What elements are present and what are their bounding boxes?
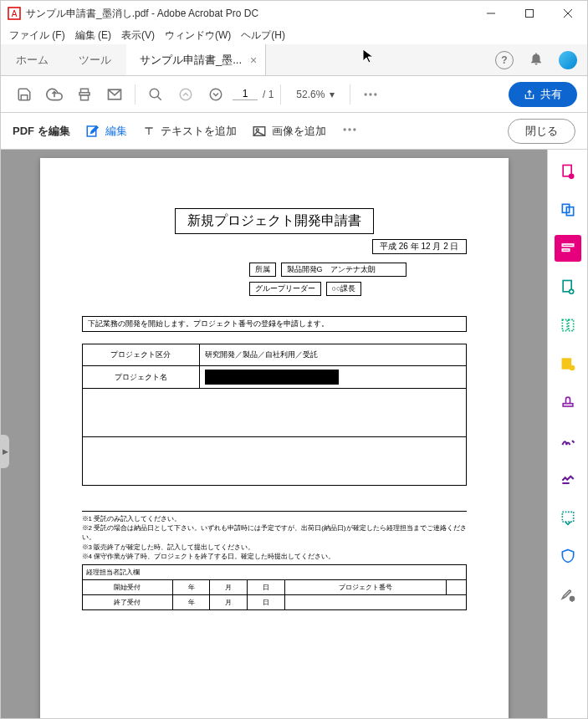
svg-rect-6 [81,94,89,99]
avatar[interactable] [559,51,577,69]
save-icon[interactable] [11,81,38,108]
stamp-icon[interactable] [555,389,581,416]
share-button[interactable]: 共有 [509,82,577,107]
svg-point-11 [210,89,222,100]
minimize-button[interactable] [472,1,510,26]
protect-icon[interactable] [555,543,581,569]
page-up-icon[interactable] [172,81,199,108]
document-canvas[interactable]: ▶ 新規プロジェクト開発申請書 平成 26 年 12 月 2 日 所属 製品開発… [1,150,547,719]
add-text-label: テキストを追加 [161,124,237,139]
bell-icon[interactable] [529,51,544,69]
window-controls [472,1,587,26]
svg-text:+: + [570,597,574,602]
edit-bar: PDF を編集 編集 テキストを追加 画像を追加 閉じる [1,113,587,150]
svg-rect-27 [562,244,573,247]
svg-rect-28 [562,249,569,252]
titlebar: A サンプル申請書_墨消し.pdf - Adobe Acrobat Pro DC [1,1,587,26]
svg-rect-37 [562,512,573,522]
search-icon[interactable] [142,81,169,108]
tab-tools[interactable]: ツール [64,44,126,75]
doc-title: 新規プロジェクト開発申請書 [175,208,374,234]
note3: ※3 販売終了が確定した時、記入して提出してください。 [82,543,467,552]
create-pdf-icon[interactable]: + [555,158,581,185]
menu-help[interactable]: ヘルプ(H) [236,27,290,44]
dept-value: 製品開発G アンテナ太朗 [281,263,406,277]
editbar-title: PDF を編集 [13,124,70,139]
svg-text:A: A [12,9,18,18]
page-total: / 1 [263,89,274,100]
add-image-label: 画像を追加 [272,124,326,139]
notes-section: ※1 受託のみ記入してください。 ※2 受託の場合は納品日として下さい。いずれも… [82,511,467,610]
leader-label: グループリーダー [249,282,321,296]
dept-label: 所属 [249,263,276,277]
svg-line-9 [157,96,161,100]
doc-date: 平成 26 年 12 月 2 日 [372,239,466,254]
maximize-button[interactable] [510,1,549,26]
right-tool-rail: + + [547,150,587,719]
menu-view[interactable]: 表示(V) [116,27,160,44]
project-table: プロジェクト区分研究開発／製品／自社利用／受託 プロジェクト名 [82,344,467,486]
edit-action[interactable]: 編集 [85,124,127,139]
menu-edit[interactable]: 編集 (E) [70,27,116,44]
row1-value: 研究開発／製品／自社利用／受託 [199,344,466,366]
tab-close-icon[interactable]: × [250,54,257,67]
editbar-more-icon[interactable] [341,121,358,140]
mail-icon[interactable] [101,81,128,108]
svg-point-20 [348,128,350,130]
edit-label: 編集 [105,124,127,139]
redact-icon[interactable] [555,466,581,492]
view-tabs: ホーム ツール サンプル申請書_墨... × ? [1,44,587,76]
add-text-action[interactable]: テキストを追加 [142,124,237,139]
cloud-upload-icon[interactable] [41,81,68,108]
row2-label: プロジェクト名 [82,366,199,389]
svg-rect-31 [562,319,567,330]
zoom-dropdown-icon[interactable]: ▾ [330,89,335,100]
svg-point-18 [256,129,258,131]
redacted-block [205,370,339,385]
keiri-header: 経理担当者記入欄 [82,564,466,579]
help-icon[interactable]: ? [495,51,514,69]
keiri-table: 経理担当者記入欄 開始受付 年 月 日 プロジェクト番号 終了受付 年 月 日 [82,564,467,610]
comment-icon[interactable] [555,350,581,377]
more-tools-rail-icon[interactable]: + [555,581,581,608]
close-editbar-label: 閉じる [525,124,558,139]
svg-rect-35 [563,404,573,406]
pdf-page: 新規プロジェクト開発申請書 平成 26 年 12 月 2 日 所属 製品開発G … [40,158,509,719]
send-for-review-icon[interactable] [555,504,581,531]
note4: ※4 保守作業が終了時、プロジェクトを終了する日。確定した時提出してください。 [82,552,467,561]
tab-document-label: サンプル申請書_墨... [140,53,242,68]
tab-home[interactable]: ホーム [1,44,64,75]
share-label: 共有 [540,87,562,102]
left-panel-handle[interactable]: ▶ [1,435,9,468]
toolbar: / 1 52.6% ▾ 共有 [1,76,587,113]
menu-file[interactable]: ファイル (F) [4,27,70,44]
print-icon[interactable] [71,81,98,108]
tab-document[interactable]: サンプル申請書_墨... × [126,44,266,75]
more-tools-icon[interactable] [357,81,384,108]
menu-window[interactable]: ウィンドウ(W) [160,27,236,44]
zoom-value[interactable]: 52.6% [296,89,325,100]
sign-icon[interactable] [555,427,581,454]
note2: ※2 受託の場合は納品日として下さい。いずれも申請時には予定ですが、出荷日(納品… [82,523,467,542]
page-down-icon[interactable] [202,81,229,108]
svg-rect-32 [568,319,573,330]
svg-point-21 [353,128,355,130]
page-current-input[interactable] [233,88,258,100]
app-icon: A [8,7,21,20]
organize-pages-icon[interactable] [555,312,581,339]
combine-files-icon[interactable] [555,196,581,223]
close-window-button[interactable] [549,1,587,26]
svg-text:+: + [570,174,573,179]
row1-label: プロジェクト区分 [82,344,199,366]
svg-point-14 [375,93,377,95]
edit-pdf-icon[interactable] [555,235,581,262]
add-image-action[interactable]: 画像を追加 [252,124,326,139]
export-pdf-icon[interactable] [555,273,581,300]
svg-point-10 [180,89,192,100]
intro-text: 下記業務の開発を開始します。プロジェクト番号の登録を申請します。 [82,316,467,332]
note1: ※1 受託のみ記入してください。 [82,514,467,523]
window-title: サンプル申請書_墨消し.pdf - Adobe Acrobat Pro DC [26,7,472,21]
svg-rect-3 [526,10,534,18]
close-editbar-button[interactable]: 閉じる [508,119,575,144]
svg-point-8 [150,89,159,98]
